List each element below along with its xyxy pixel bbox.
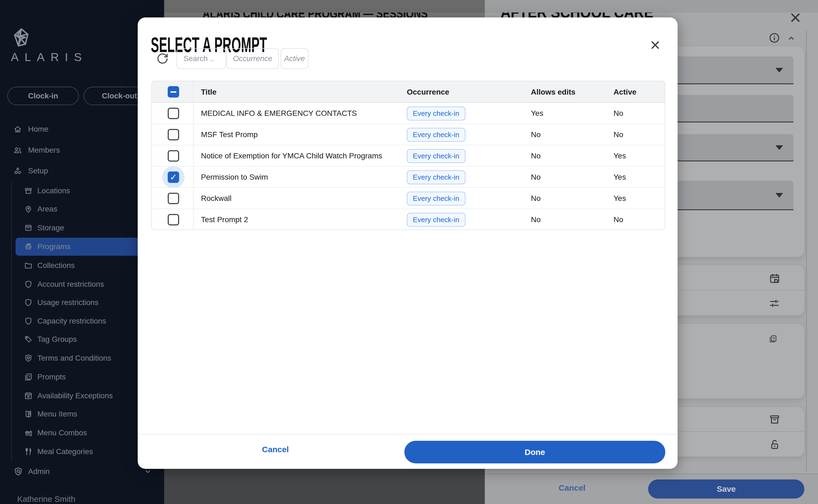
prompt-title: Rockwall [201, 188, 231, 209]
column-divider [193, 124, 194, 145]
column-divider [193, 103, 194, 123]
sidebar-item-label: Storage [37, 224, 64, 232]
scrollbar[interactable] [806, 30, 807, 472]
folder-icon [24, 261, 33, 270]
shield-icon [24, 280, 33, 289]
background-top-bar [164, 0, 485, 13]
close-icon[interactable]: × [644, 34, 666, 56]
active-value: No [613, 103, 623, 124]
select-a-prompt-modal: SELECT A PROMPT × Occurrence Active Titl… [138, 17, 678, 469]
occurrence-badge: Every check-in [407, 192, 465, 206]
alaris-logo-icon [11, 23, 31, 52]
column-divider [193, 81, 194, 102]
row-checkbox[interactable] [168, 129, 179, 140]
save-button[interactable]: Save [648, 479, 804, 499]
prompt-title: MSF Test Promp [201, 124, 258, 145]
svg-text:?: ? [773, 336, 775, 341]
svg-text:?: ? [28, 375, 31, 379]
sidebar-item-label: Terms and Conditions [37, 354, 111, 363]
lock-open-icon [768, 438, 781, 451]
occurrence-badge: Every check-in [407, 170, 465, 184]
column-divider [193, 188, 194, 209]
shield-icon [24, 316, 33, 326]
table-row[interactable]: Test Prompt 2Every check-inNoNo [152, 209, 665, 230]
admin-shield-icon [13, 466, 23, 477]
occurrence-cell: Every check-in [407, 167, 465, 188]
row-checkbox[interactable] [168, 193, 179, 204]
active-filter[interactable]: Active [281, 48, 308, 69]
cancel-button[interactable]: Cancel [252, 445, 299, 454]
column-header-allows-edits: Allows edits [531, 81, 575, 103]
table-row[interactable]: RockwallEvery check-inNoYes [152, 188, 665, 209]
allows-edits-value: Yes [531, 103, 543, 124]
cancel-button[interactable]: Cancel [550, 483, 594, 493]
active-value: Yes [613, 188, 626, 209]
active-value: Yes [613, 167, 626, 188]
prompt-title: Test Prompt 2 [201, 209, 248, 230]
search-input[interactable] [177, 54, 225, 63]
app-screen: ALARIS CHILD CARE PROGRAM — SESSIONS AFT… [0, 0, 818, 504]
prompt-card-icon: ? [768, 334, 778, 343]
row-checkbox[interactable] [168, 214, 179, 225]
box-icon [24, 223, 33, 233]
members-icon [13, 146, 22, 155]
row-checkbox[interactable] [168, 108, 179, 119]
tag-icon [24, 335, 33, 344]
prompt-title: Permission to Swim [201, 167, 268, 188]
clock-in-button[interactable]: Clock-in [7, 87, 79, 105]
combo-icon [24, 428, 33, 437]
badge-shield-icon [24, 354, 33, 363]
select-all-checkbox[interactable] [168, 86, 179, 98]
active-value: No [613, 124, 623, 145]
column-header-title: Title [201, 81, 216, 103]
column-divider [193, 167, 194, 187]
sidebar-item-label: Admin [28, 467, 50, 476]
sidebar-item-label: Availability Exceptions [37, 391, 113, 400]
allows-edits-value: No [531, 124, 541, 145]
sidebar-item-label: Capacity restrictions [37, 317, 106, 325]
dropdown-caret-icon [775, 145, 783, 150]
row-checkbox[interactable]: ✓ [168, 171, 179, 183]
brand-name: ALARIS [11, 51, 88, 64]
close-icon[interactable]: × [783, 8, 808, 28]
sidebar-item-label: Areas [37, 205, 57, 213]
sidebar-item-label: Members [28, 146, 60, 155]
active-value: Yes [613, 145, 626, 167]
table-row[interactable]: Notice of Exemption for YMCA Child Watch… [152, 145, 665, 167]
background-bottom-strip [164, 469, 485, 504]
shield-icon [24, 298, 33, 307]
row-checkbox[interactable] [168, 150, 179, 162]
occurrence-badge: Every check-in [407, 149, 465, 163]
tune-icon [768, 297, 781, 310]
done-button[interactable]: Done [404, 441, 665, 463]
table-row[interactable]: MSF Test PrompEvery check-inNoNo [152, 124, 665, 145]
user-name: Katherine Smith [17, 494, 75, 504]
panel-top-bar [485, 0, 818, 13]
occurrence-cell: Every check-in [407, 103, 465, 124]
allows-edits-value: No [531, 209, 541, 230]
prompt-card-icon: ? [24, 372, 33, 382]
sidebar-item-label: Home [28, 125, 49, 134]
table-row[interactable]: MEDICAL INFO & EMERGENCY CONTACTSEvery c… [152, 103, 665, 124]
meal-icon [24, 447, 33, 456]
book-icon [24, 409, 33, 419]
prompt-title: MEDICAL INFO & EMERGENCY CONTACTS [201, 103, 357, 124]
column-divider [193, 209, 194, 230]
sidebar-item-label: Meal Categories [37, 447, 93, 456]
sidebar-item-label: Usage restrictions [37, 298, 98, 307]
search-input-box[interactable] [176, 48, 226, 69]
sidebar-item-label: Locations [37, 186, 70, 195]
calendar-x-icon [24, 391, 33, 400]
chevron-up-icon[interactable] [785, 32, 797, 44]
footer-divider [138, 434, 678, 434]
occurrence-filter[interactable]: Occurrence [226, 48, 279, 69]
occurrence-badge: Every check-in [407, 213, 465, 227]
sidebar-item-label: Tag Groups [37, 335, 77, 344]
info-icon[interactable] [768, 32, 781, 44]
sidebar-item-label: Menu Combos [37, 428, 87, 437]
refresh-icon[interactable] [155, 51, 170, 67]
table-row[interactable]: ✓Permission to SwimEvery check-inNoYes [152, 167, 665, 188]
storefront-icon [24, 186, 33, 195]
allows-edits-value: No [531, 145, 541, 167]
occurrence-badge: Every check-in [407, 107, 465, 120]
